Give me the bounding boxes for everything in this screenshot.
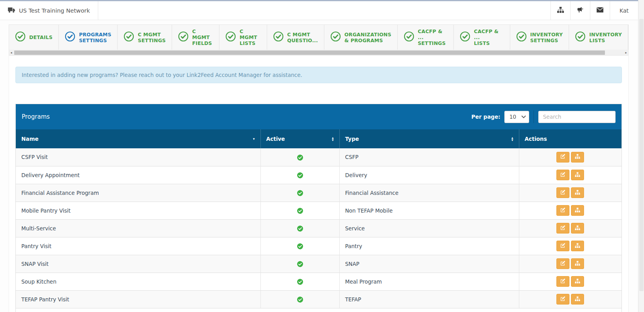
column-label: Actions [525, 136, 547, 142]
active-check-icon [297, 260, 303, 267]
tab-label: INVENTORYSETTINGS [530, 32, 563, 43]
scroll-right-arrow[interactable]: ▸ [624, 50, 628, 56]
program-active-cell [260, 184, 339, 202]
program-sitemap-button[interactable] [571, 276, 584, 287]
edit-icon [560, 154, 565, 160]
scrollbar-thumb[interactable] [14, 50, 605, 55]
sort-icon: ▴▾ [332, 136, 334, 141]
edit-icon [560, 225, 565, 232]
column-header-type[interactable]: Type▴▾ [339, 129, 519, 148]
tab-label: C MGMTSETTINGS [138, 32, 166, 43]
tab-programs-settings[interactable]: PROGRAMSSETTINGS [59, 25, 118, 50]
edit-icon [560, 190, 565, 196]
edit-program-button[interactable] [556, 223, 569, 234]
program-sitemap-button[interactable] [571, 223, 584, 234]
active-check-icon [297, 189, 303, 196]
browser-scrollbar-thumb[interactable] [639, 19, 644, 291]
program-sitemap-button[interactable] [571, 187, 584, 198]
sitemap-icon [575, 261, 580, 267]
program-sitemap-button[interactable] [571, 241, 584, 251]
program-type-cell: Non TEFAP Mobile [339, 202, 519, 219]
table-row: Mobile Pantry VisitNon TEFAP Mobile [16, 202, 622, 219]
program-sitemap-button[interactable] [571, 152, 584, 163]
edit-program-button[interactable] [556, 152, 569, 163]
top-navbar: US Test Training Network Kat [0, 0, 644, 20]
search-input[interactable] [538, 111, 616, 123]
sitemap-icon [575, 207, 580, 214]
scroll-left-arrow[interactable]: ◂ [9, 50, 13, 56]
tab-inventory-lists[interactable]: INVENTORYLISTS [569, 25, 628, 50]
program-actions-cell [519, 148, 622, 166]
program-name-cell: Delivery Appointment [16, 166, 260, 184]
program-name-cell: Multi-Service [16, 219, 260, 237]
messages-nav-button[interactable] [590, 1, 610, 20]
scrollbar-track[interactable] [13, 50, 624, 55]
tab-c-mgmt-questio[interactable]: C MGMTQUESTIO... [267, 25, 324, 50]
edit-program-button[interactable] [556, 294, 569, 305]
program-sitemap-button[interactable] [571, 294, 584, 305]
column-label: Active [266, 136, 285, 142]
program-active-cell [260, 202, 339, 219]
edit-program-button[interactable] [556, 170, 569, 180]
programs-table: Name▾Active▴▾Type▴▾Actions CSFP VisitCSF… [16, 129, 622, 308]
edit-icon [560, 243, 565, 249]
active-check-icon [297, 296, 303, 303]
tab-c-mgmt-fields[interactable]: C MGMTFIELDS [172, 25, 219, 50]
program-type-cell: TEFAP [339, 290, 519, 308]
tab-cacfp-settings[interactable]: CACFP & ...SETTINGS [398, 25, 454, 50]
program-type-cell: CSFP [339, 148, 519, 166]
tab-label: CACFP & ...LISTS [474, 28, 504, 46]
program-name-cell: Soup Kitchen [16, 273, 260, 290]
tab-organizations-programs[interactable]: ORGANIZATIONS& PROGRAMS [324, 25, 398, 50]
active-check-icon [297, 154, 303, 160]
table-row: Pantry VisitPantry [16, 237, 622, 255]
sitemap-nav-button[interactable] [550, 1, 570, 20]
program-active-cell [260, 237, 339, 255]
column-header-name[interactable]: Name▾ [16, 129, 260, 148]
table-row: Delivery AppointmentDelivery [16, 166, 622, 184]
header-divider [534, 110, 534, 123]
check-circle-icon [225, 31, 236, 43]
browser-vertical-scrollbar[interactable] [638, 0, 644, 312]
edit-program-button[interactable] [556, 187, 569, 198]
program-actions-cell [519, 290, 622, 308]
per-page-select[interactable]: 10 [504, 111, 529, 123]
table-row: SNAP VisitSNAP [16, 255, 622, 273]
program-sitemap-button[interactable] [571, 170, 584, 180]
partially-visible-row [16, 308, 622, 312]
programs-panel: Programs Per page: 10 Name▾Active▴▾Type▴… [15, 104, 622, 312]
program-actions-cell [519, 255, 622, 273]
edit-program-button[interactable] [556, 276, 569, 287]
program-type-cell: Pantry [339, 237, 519, 255]
edit-icon [560, 172, 565, 178]
program-actions-cell [519, 219, 622, 237]
edit-program-button[interactable] [556, 241, 569, 251]
column-header-active[interactable]: Active▴▾ [260, 129, 339, 148]
check-circle-icon [404, 31, 414, 43]
edit-program-button[interactable] [556, 258, 569, 269]
sitemap-icon [575, 243, 580, 249]
tab-content: Interested in adding new programs? Pleas… [9, 56, 629, 312]
tab-c-mgmt-settings[interactable]: C MGMTSETTINGS [118, 25, 172, 50]
edit-program-button[interactable] [556, 205, 569, 216]
user-menu[interactable]: Kat [610, 1, 638, 20]
programs-panel-header: Programs Per page: 10 [16, 104, 622, 129]
truck-icon [8, 7, 15, 14]
program-actions-cell [519, 166, 622, 184]
tab-c-mgmt-lists[interactable]: C MGMTLISTS [219, 25, 267, 50]
announcements-nav-button[interactable] [570, 1, 590, 20]
program-name-cell: Financial Assistance Program [16, 184, 260, 202]
sort-desc-icon: ▾ [253, 138, 255, 140]
tab-inventory-settings[interactable]: INVENTORYSETTINGS [510, 25, 569, 50]
program-actions-cell [519, 202, 622, 219]
table-row: TEFAP Pantry VisitTEFAP [16, 290, 622, 308]
program-type-cell: Delivery [339, 166, 519, 184]
program-sitemap-button[interactable] [571, 205, 584, 216]
program-active-cell [260, 166, 339, 184]
tab-cacfp-lists[interactable]: CACFP & ...LISTS [454, 25, 510, 50]
table-row: Financial Assistance ProgramFinancial As… [16, 184, 622, 202]
network-brand[interactable]: US Test Training Network [0, 1, 98, 20]
program-sitemap-button[interactable] [571, 258, 584, 269]
tab-details[interactable]: DETAILS [9, 25, 59, 50]
program-name-cell: TEFAP Pantry Visit [16, 290, 260, 308]
